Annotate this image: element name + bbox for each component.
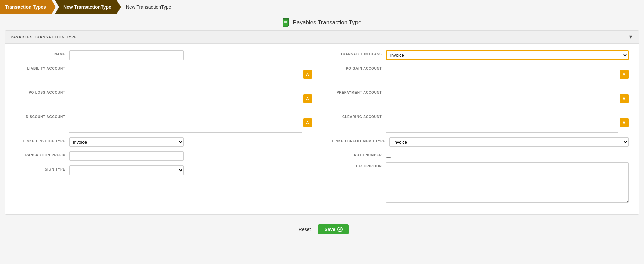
prepayment-account-btn-stack: A xyxy=(620,94,629,103)
po-gain-account-input-2[interactable] xyxy=(386,75,619,84)
clearing-account-wrap: A xyxy=(386,113,629,133)
discount-account-btn-stack: A xyxy=(303,118,312,127)
discount-account-input-2[interactable] xyxy=(69,123,302,133)
name-wrap xyxy=(69,50,312,60)
transaction-class-wrap: Invoice xyxy=(386,50,629,60)
form-row-linked-invoice-type: LINKED INVOICE TYPE Invoice xyxy=(15,137,312,147)
discount-account-btn-a[interactable]: A xyxy=(303,118,312,127)
form-row-clearing: CLEARING ACCOUNT A xyxy=(332,113,629,133)
svg-rect-1 xyxy=(283,19,288,27)
form-left-column: NAME LIABILITY ACCOUNT A xyxy=(15,50,312,208)
clearing-account-btn-stack: A xyxy=(620,118,629,127)
description-textarea[interactable] xyxy=(386,162,629,203)
form-row-liability-account: LIABILITY ACCOUNT A xyxy=(15,65,312,84)
label-linked-credit-memo-type: LINKED CREDIT MEMO TYPE xyxy=(332,137,389,143)
form-row-prepayment: PREPAYMENT ACCOUNT A xyxy=(332,89,629,108)
page-title-bar: Payables Transaction Type xyxy=(0,14,644,30)
page-title: Payables Transaction Type xyxy=(293,19,362,26)
discount-account-wrap: A xyxy=(69,113,312,133)
form-row-transaction-prefix: TRANSACTION PREFIX xyxy=(15,151,312,161)
form-row-transaction-class: TRANSACTION CLASS Invoice xyxy=(332,50,629,60)
label-sign-type: SIGN TYPE xyxy=(15,165,69,171)
form-row-description: DESCRIPTION xyxy=(332,162,629,203)
linked-invoice-type-wrap: Invoice xyxy=(69,137,312,147)
card-header-title: PAYABLES TRANSACTION TYPE xyxy=(11,35,77,39)
card-header: PAYABLES TRANSACTION TYPE ▼ xyxy=(5,31,639,44)
form-row-po-gain: PO GAIN ACCOUNT A xyxy=(332,65,629,84)
save-check-icon: ✔ xyxy=(337,227,343,232)
breadcrumb-label-2: New TransactionType xyxy=(63,4,111,10)
discount-account-input-1[interactable] xyxy=(69,113,302,122)
label-po-gain-account: PO GAIN ACCOUNT xyxy=(332,65,386,70)
name-input[interactable] xyxy=(69,50,184,60)
prepayment-account-btn-a[interactable]: A xyxy=(620,94,629,103)
payables-icon xyxy=(283,18,290,27)
breadcrumb: Transaction Types New TransactionType Ne… xyxy=(0,0,644,14)
breadcrumb-item-new-transaction-type[interactable]: New TransactionType xyxy=(55,0,121,14)
linked-credit-memo-wrap: Invoice xyxy=(389,137,629,147)
label-po-loss-account: PO LOSS ACCOUNT xyxy=(15,89,69,95)
collapse-icon[interactable]: ▼ xyxy=(628,34,633,40)
label-clearing-account: CLEARING ACCOUNT xyxy=(332,113,386,119)
label-liability-account: LIABILITY ACCOUNT xyxy=(15,65,69,70)
liability-account-btn-stack: A xyxy=(303,70,312,79)
prepayment-account-input-2[interactable] xyxy=(386,99,619,108)
label-transaction-class: TRANSACTION CLASS xyxy=(332,50,386,56)
prepayment-account-inputs xyxy=(386,89,619,108)
discount-account-inputs xyxy=(69,113,302,133)
label-discount-account: DISCOUNT ACCOUNT xyxy=(15,113,69,119)
po-gain-account-input-1[interactable] xyxy=(386,65,619,74)
prepayment-account-wrap: A xyxy=(386,89,629,108)
po-gain-account-btn-stack: A xyxy=(620,70,629,79)
form-right-column: TRANSACTION CLASS Invoice PO GAIN ACCOUN… xyxy=(332,50,629,208)
po-loss-account-wrap: A xyxy=(69,89,312,108)
reset-button[interactable]: Reset xyxy=(295,225,314,234)
description-wrap xyxy=(386,162,629,203)
transaction-class-select[interactable]: Invoice xyxy=(386,50,629,60)
liability-account-input-1[interactable] xyxy=(69,65,302,74)
breadcrumb-current: New TransactionType xyxy=(121,0,176,14)
label-linked-invoice-type: LINKED INVOICE TYPE xyxy=(15,137,69,143)
liability-account-input-2[interactable] xyxy=(69,75,302,84)
prepayment-account-input-1[interactable] xyxy=(386,89,619,98)
breadcrumb-label-1: Transaction Types xyxy=(5,4,46,10)
form-row-linked-credit-memo: LINKED CREDIT MEMO TYPE Invoice xyxy=(332,137,629,147)
clearing-account-input-1[interactable] xyxy=(386,113,619,122)
form-row-name: NAME xyxy=(15,50,312,60)
liability-account-inputs xyxy=(69,65,302,84)
transaction-prefix-input[interactable] xyxy=(69,151,184,161)
sign-type-wrap xyxy=(69,165,312,175)
po-loss-account-btn-a[interactable]: A xyxy=(303,94,312,103)
po-loss-account-btn-stack: A xyxy=(303,94,312,103)
save-button[interactable]: Save ✔ xyxy=(318,224,349,234)
liability-account-btn-a[interactable]: A xyxy=(303,70,312,79)
auto-number-checkbox[interactable] xyxy=(386,153,391,158)
liability-account-wrap: A xyxy=(69,65,312,84)
transaction-prefix-wrap xyxy=(69,151,312,161)
label-transaction-prefix: TRANSACTION PREFIX xyxy=(15,151,69,157)
po-gain-account-btn-a[interactable]: A xyxy=(620,70,629,79)
auto-number-wrap xyxy=(386,151,629,158)
form-row-auto-number: AUTO NUMBER xyxy=(332,151,629,158)
form-body: NAME LIABILITY ACCOUNT A xyxy=(5,44,639,214)
breadcrumb-item-transaction-types[interactable]: Transaction Types xyxy=(0,0,56,14)
po-loss-account-input-2[interactable] xyxy=(69,99,302,108)
clearing-account-inputs xyxy=(386,113,619,133)
linked-invoice-type-select[interactable]: Invoice xyxy=(69,137,184,147)
form-row-discount: DISCOUNT ACCOUNT A xyxy=(15,113,312,133)
form-columns: NAME LIABILITY ACCOUNT A xyxy=(15,50,629,208)
po-loss-account-inputs xyxy=(69,89,302,108)
label-prepayment-account: PREPAYMENT ACCOUNT xyxy=(332,89,386,95)
label-name: NAME xyxy=(15,50,69,56)
bottom-bar: Reset Save ✔ xyxy=(0,220,644,240)
label-description: DESCRIPTION xyxy=(332,162,386,168)
sign-type-select[interactable] xyxy=(69,165,184,175)
clearing-account-input-2[interactable] xyxy=(386,123,619,133)
po-loss-account-input-1[interactable] xyxy=(69,89,302,98)
clearing-account-btn-a[interactable]: A xyxy=(620,118,629,127)
po-gain-account-wrap: A xyxy=(386,65,629,84)
form-row-sign-type: SIGN TYPE xyxy=(15,165,312,175)
linked-credit-memo-type-select[interactable]: Invoice xyxy=(389,137,629,147)
form-row-po-loss: PO LOSS ACCOUNT A xyxy=(15,89,312,108)
main-card: PAYABLES TRANSACTION TYPE ▼ NAME LIABILI… xyxy=(5,30,639,215)
